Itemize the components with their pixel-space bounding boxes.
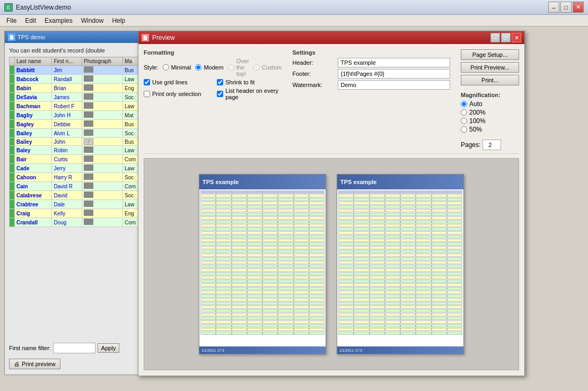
table-row[interactable]: Baley Robin Law: [10, 146, 143, 155]
table-row[interactable]: Crandall Doug Com: [10, 218, 143, 227]
mag-50-option[interactable]: 50%: [461, 126, 519, 133]
style-modern-option[interactable]: Modern: [195, 64, 223, 71]
dialog-icon: 📄: [142, 34, 149, 41]
table-row[interactable]: Cain David R Com: [10, 182, 143, 191]
pages-input[interactable]: [482, 140, 501, 150]
table-row[interactable]: Bailey Alvin L Soc: [10, 129, 143, 138]
page1-table: [199, 189, 326, 336]
print-button[interactable]: Print...: [461, 75, 519, 85]
dialog-close-button[interactable]: ✕: [512, 33, 521, 42]
use-grid-lines-option[interactable]: Use grid lines: [144, 79, 208, 85]
mag-100-option[interactable]: 100%: [461, 117, 519, 125]
menu-file[interactable]: File: [2, 16, 21, 25]
settings-section: Settings Header: Footer: Watermark:: [292, 49, 450, 150]
row-indicator: [10, 102, 15, 111]
page2-header: TPS example: [337, 175, 463, 189]
style-minimal-option[interactable]: Minimal: [163, 64, 191, 71]
col-photo: Photograph: [82, 57, 123, 66]
cell-photo: [82, 129, 123, 138]
list-header-every-page-label: List header on every page: [225, 88, 282, 100]
footer-label: Footer:: [292, 71, 335, 77]
style-custom-radio[interactable]: [253, 64, 260, 71]
menu-help[interactable]: Help: [108, 16, 129, 25]
footer-input[interactable]: [338, 69, 450, 79]
menu-window[interactable]: Window: [77, 16, 108, 25]
preview-dialog: 📄 Preview – □ ✕ Formatting Style: Mi: [138, 31, 525, 376]
mag-100-radio[interactable]: [461, 118, 467, 124]
cell-last: Babcock: [15, 75, 52, 84]
menu-examples[interactable]: Examples: [40, 16, 77, 25]
print-only-selection-checkbox[interactable]: [144, 91, 150, 97]
close-button[interactable]: ✕: [573, 2, 584, 13]
style-custom-option[interactable]: Custom: [253, 64, 282, 71]
mag-50-radio[interactable]: [461, 126, 467, 133]
maximize-button[interactable]: □: [560, 2, 572, 13]
minimize-button[interactable]: –: [548, 2, 559, 13]
table-row[interactable]: Calabrese David Soc: [10, 191, 143, 200]
cell-first: John: [52, 138, 82, 146]
table-row[interactable]: Cade Jerry Law: [10, 164, 143, 173]
apply-button[interactable]: Apply: [98, 343, 120, 353]
page1-header: TPS example: [199, 175, 326, 189]
table-row[interactable]: Crabtree Dale Law: [10, 200, 143, 209]
mag-200-radio[interactable]: [461, 109, 467, 116]
cell-first: Randall: [52, 75, 82, 84]
settings-label: Settings: [292, 49, 450, 56]
shrink-to-fit-label: Shrink to fit: [225, 79, 254, 85]
style-custom-label: Custom: [262, 64, 282, 71]
watermark-label: Watermark:: [292, 82, 335, 88]
mag-auto-option[interactable]: Auto: [461, 100, 519, 108]
print-preview-button[interactable]: 🖨 Print preview: [9, 359, 60, 369]
table-row[interactable]: Cahoon Harry R Soc: [10, 173, 143, 182]
mag-auto-radio[interactable]: [461, 101, 467, 107]
filter-input[interactable]: [53, 343, 95, 353]
list-header-every-page-option[interactable]: List header on every page: [217, 88, 282, 100]
shrink-to-fit-option[interactable]: Shrink to fit: [217, 79, 282, 85]
cell-photo: [82, 200, 123, 209]
cell-first: James: [52, 93, 82, 102]
style-row: Style: Minimal Modern Over the top!: [144, 58, 282, 77]
cell-first: Jerry: [52, 164, 82, 173]
shrink-to-fit-checkbox[interactable]: [217, 79, 223, 85]
row-indicator: [10, 66, 15, 75]
table-row[interactable]: Babbitt Jim Bus: [10, 66, 143, 75]
row-indicator: [10, 138, 15, 146]
style-minimal-radio[interactable]: [163, 64, 169, 71]
print-only-selection-option[interactable]: Print only selection: [144, 88, 208, 100]
row-indicator: [10, 173, 15, 182]
cell-first: Robin: [52, 146, 82, 155]
table-row[interactable]: Bachman Robert F Law: [10, 102, 143, 111]
menubar: File Edit Examples Window Help: [0, 15, 588, 27]
page-preview-2: TPS example 1/1/2011 17:3: [337, 174, 464, 354]
app-icon: E: [4, 3, 13, 12]
cell-first: Alvin L: [52, 129, 82, 138]
style-modern-radio[interactable]: [195, 64, 201, 71]
style-overthetop-radio[interactable]: [228, 64, 234, 71]
cell-photo: [82, 191, 123, 200]
table-row[interactable]: Bair Curtis Com: [10, 155, 143, 164]
table-row[interactable]: Bagby John H Mat: [10, 111, 143, 120]
dialog-minimize-btn[interactable]: –: [490, 33, 500, 42]
row-indicator: [10, 182, 15, 191]
cell-photo: ?: [82, 138, 123, 146]
table-row[interactable]: Craig Kelly Eng: [10, 209, 143, 218]
page-setup-button[interactable]: Page Setup...: [461, 49, 519, 60]
table-row[interactable]: Bagley Debbie Bus: [10, 120, 143, 129]
header-input[interactable]: [338, 58, 450, 67]
table-row[interactable]: Babin Brian Eng: [10, 84, 143, 93]
table-row[interactable]: Bailey John ? Bus: [10, 138, 143, 146]
menu-edit[interactable]: Edit: [21, 16, 40, 25]
use-grid-lines-checkbox[interactable]: [144, 79, 150, 85]
dialog-body: Formatting Style: Minimal Modern: [138, 44, 524, 376]
dialog-maximize-btn[interactable]: □: [501, 33, 511, 42]
col-first: First n...: [52, 57, 82, 66]
print-preview-dialog-button[interactable]: Print Preview...: [461, 62, 519, 73]
watermark-input[interactable]: [338, 80, 450, 90]
list-header-every-page-checkbox[interactable]: [217, 91, 223, 97]
cell-last: Bair: [15, 155, 52, 164]
style-overthetop-option[interactable]: Over the top!: [228, 58, 249, 77]
table-row[interactable]: Babcock Randall Law: [10, 75, 143, 84]
table-row[interactable]: DeSavia James Soc: [10, 93, 143, 102]
row-indicator: [10, 200, 15, 209]
mag-200-option[interactable]: 200%: [461, 109, 519, 116]
